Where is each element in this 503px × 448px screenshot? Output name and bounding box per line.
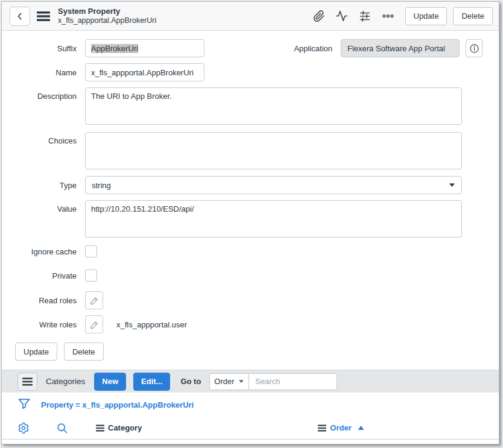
filter-funnel-icon[interactable] xyxy=(17,397,31,412)
row-ignore-cache: Ignore cache xyxy=(2,245,499,257)
name-input[interactable] xyxy=(85,63,204,81)
description-textarea[interactable]: The URI to App Broker. xyxy=(85,87,462,125)
application-label: Application xyxy=(204,44,332,53)
application-field: Flexera Software App Portal xyxy=(341,39,460,57)
write-roles-edit-button[interactable] xyxy=(85,315,103,333)
suffix-label: Suffix xyxy=(2,44,77,53)
row-type: Type string xyxy=(2,176,499,194)
record-name: x_fls_appportal.AppBrokerUri xyxy=(58,16,156,26)
read-roles-label: Read roles xyxy=(2,296,77,305)
activity-stream-icon[interactable] xyxy=(335,10,348,22)
header-delete-button[interactable]: Delete xyxy=(453,7,493,25)
list-column-header-row: Category Order xyxy=(2,417,499,440)
column-header-order[interactable]: Order xyxy=(318,423,364,432)
suffix-input[interactable]: AppBrokerUri xyxy=(85,39,204,57)
row-read-roles: Read roles xyxy=(2,291,499,309)
row-write-roles: Write roles x_fls_appportal.user xyxy=(2,315,499,333)
goto-label: Go to xyxy=(180,377,201,386)
filter-breadcrumb[interactable]: Property = x_fls_appportal.AppBrokerUri xyxy=(41,400,194,409)
column-header-category[interactable]: Category xyxy=(96,423,142,432)
pencil-icon xyxy=(90,296,99,305)
ignore-cache-checkbox[interactable] xyxy=(85,245,97,257)
list-search-icon[interactable] xyxy=(56,422,68,434)
ignore-cache-label: Ignore cache xyxy=(2,247,77,256)
page-title: System Property xyxy=(58,7,156,16)
new-button[interactable]: New xyxy=(94,373,126,391)
chevron-left-icon xyxy=(15,11,25,21)
sort-ascending-icon xyxy=(358,425,364,431)
type-select[interactable]: string xyxy=(85,176,462,194)
row-private: Private xyxy=(2,270,499,282)
hamburger-icon xyxy=(22,377,33,386)
list-search-input[interactable] xyxy=(249,373,337,390)
application-field-group: Application Flexera Software App Portal xyxy=(204,39,482,57)
suffix-selected-text: AppBrokerUri xyxy=(91,44,138,53)
categories-related-list: Categories New Edit... Go to Order Prope… xyxy=(2,370,499,440)
record-title-block: System Property x_fls_appportal.AppBroke… xyxy=(58,7,156,26)
related-list-header: Categories New Edit... Go to Order xyxy=(2,370,499,393)
application-info-button[interactable] xyxy=(466,39,482,57)
personalize-form-icon[interactable] xyxy=(358,10,372,23)
column-menu-icon xyxy=(318,424,326,432)
header-update-button[interactable]: Update xyxy=(405,7,448,25)
row-value: Value http://10.20.151.210/ESD/api/ xyxy=(2,200,499,238)
type-selected-value: string xyxy=(92,181,111,190)
form-header: System Property x_fls_appportal.AppBroke… xyxy=(2,2,499,31)
category-column-label: Category xyxy=(108,423,142,432)
private-label: Private xyxy=(2,271,77,280)
list-personalize-gear-icon[interactable] xyxy=(17,422,30,434)
row-suffix-application: Suffix AppBrokerUri Application Flexera … xyxy=(2,39,499,57)
back-button[interactable] xyxy=(10,7,30,26)
goto-selected-value: Order xyxy=(214,377,234,386)
chevron-down-icon xyxy=(238,379,244,383)
row-name: Name xyxy=(2,63,499,81)
suffix-field-group: Suffix AppBrokerUri xyxy=(2,39,204,57)
system-property-window: System Property x_fls_appportal.AppBroke… xyxy=(1,1,499,444)
description-label: Description xyxy=(2,87,77,101)
goto-column-select[interactable]: Order xyxy=(209,373,249,390)
list-filter-row: Property = x_fls_appportal.AppBrokerUri xyxy=(2,393,499,417)
edit-button[interactable]: Edit... xyxy=(133,373,170,391)
private-checkbox[interactable] xyxy=(85,270,97,282)
value-textarea[interactable]: http://10.20.151.210/ESD/api/ xyxy=(85,200,462,238)
value-label: Value xyxy=(2,200,77,213)
form-body: Suffix AppBrokerUri Application Flexera … xyxy=(2,31,499,361)
footer-delete-button[interactable]: Delete xyxy=(64,342,104,361)
write-roles-value: x_fls_appportal.user xyxy=(116,320,187,329)
column-menu-icon xyxy=(96,424,104,432)
related-list-title: Categories xyxy=(46,377,85,386)
footer-update-button[interactable]: Update xyxy=(15,342,57,361)
form-context-menu-icon[interactable] xyxy=(36,10,51,23)
info-icon xyxy=(469,43,479,54)
chevron-down-icon xyxy=(449,183,455,188)
order-column-label: Order xyxy=(330,423,351,432)
row-choices: Choices xyxy=(2,132,499,169)
write-roles-label: Write roles xyxy=(2,320,77,329)
choices-label: Choices xyxy=(2,132,77,145)
type-label: Type xyxy=(2,181,77,190)
form-footer-buttons: Update Delete xyxy=(15,342,499,361)
name-label: Name xyxy=(2,68,77,77)
list-context-menu-button[interactable] xyxy=(17,373,37,391)
read-roles-edit-button[interactable] xyxy=(85,291,103,309)
choices-textarea[interactable] xyxy=(85,132,462,169)
attachment-icon[interactable] xyxy=(313,10,325,22)
row-description: Description The URI to App Broker. xyxy=(2,87,499,125)
more-options-icon[interactable] xyxy=(382,10,394,22)
pencil-icon xyxy=(90,320,99,329)
